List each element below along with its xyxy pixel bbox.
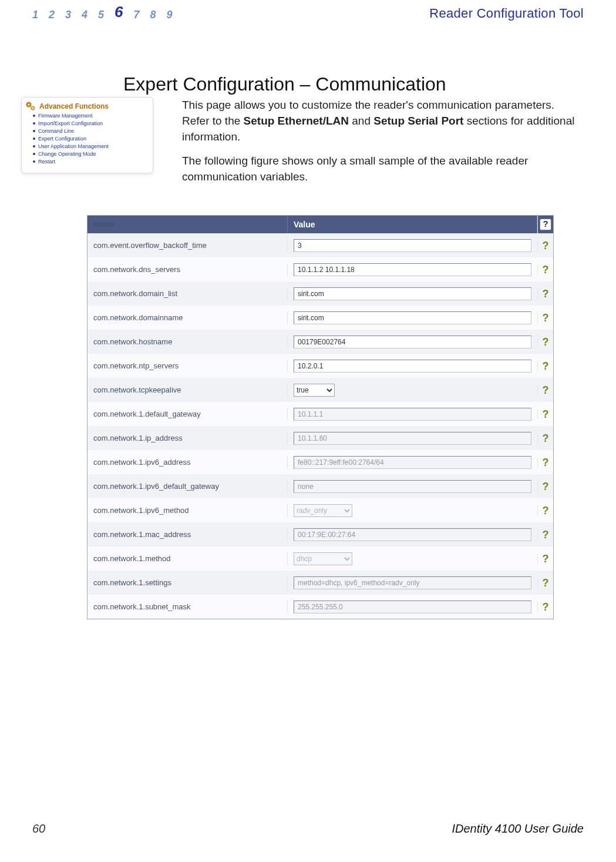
table-row: com.network.hostname?	[87, 330, 553, 354]
intro-p2: The following figure shows only a small …	[182, 155, 528, 183]
param-name: com.network.hostname	[87, 337, 287, 346]
param-name: com.network.tcpkeepalive	[87, 385, 287, 394]
help-icon[interactable]: ?	[543, 481, 549, 492]
advanced-functions-panel: Advanced Functions Firmware ManagementIm…	[21, 97, 153, 173]
table-row: com.network.1.subnet_mask?	[87, 595, 553, 619]
chapter-tabs: 123456789	[32, 3, 173, 21]
param-input	[294, 576, 531, 589]
svg-point-3	[32, 108, 33, 109]
param-name: com.network.1.default_gateway	[87, 410, 287, 418]
help-icon[interactable]: ?	[543, 385, 549, 395]
intro-text: This page allows you to customize the re…	[182, 97, 581, 185]
intro-bold-1: Setup Ethernet/LAN	[244, 115, 349, 127]
table-row: com.network.domain_list?	[87, 281, 553, 306]
param-name: com.network.1.ipv6_default_gateway	[87, 482, 287, 491]
param-input[interactable]	[294, 239, 531, 252]
param-input[interactable]	[294, 336, 531, 348]
intro-p1b: and	[349, 115, 373, 127]
table-row: com.network.dns_servers?	[87, 257, 553, 281]
gear-icon	[25, 101, 36, 112]
param-input	[294, 456, 531, 469]
param-input[interactable]: true	[294, 384, 335, 397]
sidebar-item[interactable]: Command Line	[39, 128, 147, 135]
section-heading: Expert Configuration – Communication	[123, 73, 446, 95]
sidebar-item[interactable]: Restart	[39, 158, 147, 166]
chapter-tab-7[interactable]: 7	[134, 9, 140, 21]
table-row: com.network.1.ipv6_methodradv_only?	[87, 498, 553, 522]
help-icon[interactable]: ?	[543, 289, 549, 299]
param-name: com.network.1.method	[87, 554, 287, 563]
page-number: 60	[32, 822, 45, 836]
param-input: radv_only	[294, 504, 352, 517]
param-name: com.network.domainname	[87, 313, 287, 322]
param-name: com.network.1.ipv6_method	[87, 506, 287, 515]
table-row: com.network.ntp_servers?	[87, 354, 553, 378]
footer-guide: IDentity 4100 User Guide	[452, 822, 584, 836]
param-input: dhcp	[294, 552, 352, 565]
help-icon[interactable]: ?	[543, 313, 549, 323]
chapter-tab-9[interactable]: 9	[167, 9, 173, 21]
param-name: com.network.domain_list	[87, 289, 287, 298]
param-input	[294, 480, 531, 493]
chapter-tab-6[interactable]: 6	[115, 3, 123, 21]
chapter-tab-3[interactable]: 3	[65, 9, 71, 21]
help-all-icon[interactable]: ?	[540, 219, 551, 230]
help-icon[interactable]: ?	[543, 240, 549, 251]
sidebar-item[interactable]: User Application Management	[39, 143, 147, 150]
param-input	[294, 528, 531, 541]
table-row: com.network.1.ipv6_default_gateway?	[87, 474, 553, 498]
param-name: com.network.ntp_servers	[87, 361, 287, 370]
config-table: Name Value ? com.event.overflow_backoff_…	[87, 215, 554, 619]
sidebar-item[interactable]: Firmware Management	[39, 112, 147, 120]
help-icon[interactable]: ?	[543, 409, 549, 420]
chapter-tab-8[interactable]: 8	[150, 9, 156, 21]
header-value: Value	[287, 216, 537, 233]
header-name: Name	[87, 216, 287, 233]
chapter-tab-5[interactable]: 5	[98, 9, 104, 21]
help-icon[interactable]: ?	[543, 337, 549, 347]
help-icon[interactable]: ?	[543, 433, 549, 444]
table-header: Name Value ?	[87, 216, 553, 233]
guide-suffix: 4100 User Guide	[492, 822, 584, 835]
param-input	[294, 601, 531, 613]
table-row: com.network.1.default_gateway?	[87, 402, 553, 426]
param-input[interactable]	[294, 287, 531, 300]
help-icon[interactable]: ?	[543, 457, 549, 468]
param-input	[294, 432, 531, 445]
param-name: com.event.overflow_backoff_time	[87, 241, 287, 250]
sidebar-item[interactable]: Expert Configuration	[39, 135, 147, 143]
table-row: com.network.1.mac_address?	[87, 522, 553, 546]
guide-em: entity	[463, 822, 492, 835]
table-row: com.network.1.ipv6_address?	[87, 450, 553, 474]
intro-bold-2: Setup Serial Port	[373, 115, 463, 127]
guide-prefix: ID	[452, 822, 463, 835]
svg-point-1	[28, 103, 29, 105]
param-name: com.network.1.ip_address	[87, 434, 287, 442]
panel-title: Advanced Functions	[39, 102, 147, 110]
table-row: com.network.1.settings?	[87, 571, 553, 595]
chapter-tab-2[interactable]: 2	[49, 9, 55, 21]
help-icon[interactable]: ?	[543, 505, 549, 516]
help-icon[interactable]: ?	[543, 602, 549, 612]
sidebar-item[interactable]: Import/Export Configuration	[39, 120, 147, 128]
sidebar-item[interactable]: Change Operating Mode	[39, 150, 147, 158]
help-icon[interactable]: ?	[543, 578, 549, 588]
help-icon[interactable]: ?	[543, 554, 549, 564]
chapter-tab-1[interactable]: 1	[32, 9, 38, 21]
chapter-tab-4[interactable]: 4	[82, 9, 87, 21]
table-row: com.network.1.ip_address?	[87, 426, 553, 450]
help-icon[interactable]: ?	[543, 361, 549, 371]
table-row: com.event.overflow_backoff_time?	[87, 233, 553, 257]
help-icon[interactable]: ?	[543, 529, 549, 540]
param-name: com.network.1.settings	[87, 578, 287, 587]
param-name: com.network.1.ipv6_address	[87, 458, 287, 467]
table-row: com.network.1.methoddhcp?	[87, 546, 553, 571]
param-name: com.network.1.subnet_mask	[87, 602, 287, 611]
param-input[interactable]	[294, 263, 531, 276]
document-title: Reader Configuration Tool	[429, 6, 584, 21]
param-name: com.network.dns_servers	[87, 265, 287, 274]
param-input[interactable]	[294, 311, 531, 324]
param-name: com.network.1.mac_address	[87, 530, 287, 539]
help-icon[interactable]: ?	[543, 264, 549, 275]
param-input[interactable]	[294, 360, 531, 373]
